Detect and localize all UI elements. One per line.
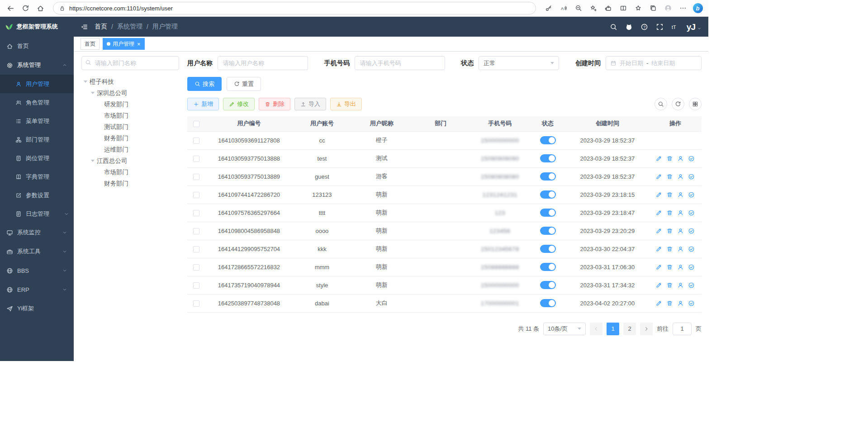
search-icon[interactable] [610,23,617,31]
edit-action-icon[interactable] [655,300,662,307]
row-checkbox[interactable] [193,138,199,144]
sidebar-item-dict-management[interactable]: 字典管理 [0,167,74,186]
prev-page-button[interactable] [590,323,602,335]
reset-password-action-icon[interactable] [677,191,684,198]
status-toggle[interactable] [540,209,556,217]
tree-node[interactable]: 测试部门 [81,121,179,133]
delete-action-icon[interactable] [666,300,673,307]
tree-expand-icon[interactable] [81,81,90,83]
copilot-icon[interactable]: b [692,2,704,14]
reset-password-action-icon[interactable] [677,155,684,162]
assign-role-action-icon[interactable] [688,155,695,162]
assign-role-action-icon[interactable] [688,264,695,271]
sidebar-item-erp[interactable]: ERP [0,280,74,299]
delete-action-icon[interactable] [666,264,673,271]
breadcrumb-item[interactable]: 系统管理 [117,23,142,31]
status-toggle[interactable] [540,190,556,199]
sidebar-item-home[interactable]: 首页 [0,37,74,56]
edit-action-icon[interactable] [655,246,662,252]
page-button-1[interactable]: 1 [607,323,619,335]
tree-node[interactable]: 橙子科技 [81,76,179,87]
github-icon[interactable] [625,23,633,31]
favorite-add-icon[interactable] [587,2,599,14]
sidebar-item-user-management[interactable]: 用户管理 [0,75,74,93]
edit-button[interactable]: 修改 [223,98,255,110]
assign-role-action-icon[interactable] [688,209,695,216]
delete-action-icon[interactable] [666,246,673,252]
favorites-icon[interactable] [632,2,644,14]
reset-password-action-icon[interactable] [677,228,684,234]
zoom-out-icon[interactable] [572,2,584,14]
status-toggle[interactable] [540,281,556,289]
tree-node[interactable]: 财务部门 [81,133,179,144]
sidebar-item-post-management[interactable]: 岗位管理 [0,149,74,167]
reset-password-action-icon[interactable] [677,264,684,271]
import-button[interactable]: 导入 [294,98,326,110]
edit-action-icon[interactable] [655,282,662,289]
row-checkbox[interactable] [193,300,199,307]
reset-password-action-icon[interactable] [677,246,684,252]
tree-expand-icon[interactable] [89,92,97,94]
row-checkbox[interactable] [193,192,199,198]
row-checkbox[interactable] [193,174,199,180]
sidebar-item-bbs[interactable]: BBS [0,261,74,280]
user-avatar[interactable]: yJ [687,23,702,31]
export-button[interactable]: 导出 [330,98,362,110]
read-aloud-icon[interactable]: A [557,2,569,14]
reset-password-action-icon[interactable] [677,282,684,289]
next-page-button[interactable] [640,323,653,335]
tree-node[interactable]: 市场部门 [81,166,179,178]
delete-button[interactable]: 删除 [259,98,290,110]
page-button-2[interactable]: 2 [623,323,636,335]
sidebar-item-log-management[interactable]: 日志管理 [0,204,74,223]
profile-icon[interactable] [662,2,674,14]
dept-search-input[interactable] [81,56,179,70]
edit-action-icon[interactable] [655,155,662,162]
tree-node[interactable]: 江西总公司 [81,155,179,166]
column-header[interactable]: 用户编号 [206,116,292,131]
sidebar-item-role-management[interactable]: 角色管理 [0,93,74,112]
reset-password-action-icon[interactable] [677,300,684,307]
status-toggle[interactable] [540,263,556,271]
tree-node[interactable]: 运维部门 [81,144,179,155]
delete-action-icon[interactable] [666,191,673,198]
columns-button[interactable] [689,98,702,110]
row-checkbox[interactable] [193,282,199,289]
reset-button[interactable]: 重置 [227,77,261,91]
delete-action-icon[interactable] [666,228,673,234]
edit-action-icon[interactable] [655,209,662,216]
status-toggle[interactable] [540,299,556,307]
assign-role-action-icon[interactable] [688,300,695,307]
sidebar-item-menu-management[interactable]: 菜单管理 [0,112,74,130]
assign-role-action-icon[interactable] [688,173,695,180]
add-button[interactable]: 新增 [187,98,219,110]
sidebar-item-system-tools[interactable]: 系统工具 [0,242,74,261]
select-all-checkbox[interactable] [193,121,199,127]
tree-expand-icon[interactable] [89,160,97,162]
row-checkbox[interactable] [193,156,199,162]
delete-action-icon[interactable] [666,209,673,216]
assign-role-action-icon[interactable] [688,191,695,198]
search-toggle-button[interactable] [655,98,667,110]
sidebar-item-system-monitor[interactable]: 系统监控 [0,223,74,242]
column-header[interactable]: 创建时间 [566,116,649,131]
status-toggle[interactable] [540,154,556,162]
breadcrumb-item[interactable]: 首页 [95,23,107,31]
goto-page-input[interactable] [673,323,692,335]
extensions-icon[interactable] [602,2,614,14]
sidebar-item-system-management[interactable]: 系统管理 [0,56,74,75]
sidebar-item-yi-framework[interactable]: Yi框架 [0,299,74,318]
user-name-input[interactable] [218,56,308,70]
breadcrumb-item[interactable]: 用户管理 [152,23,178,31]
address-bar[interactable]: https://ccnetcore.com:1101/system/user [53,2,536,14]
reload-icon[interactable] [19,2,32,14]
sidebar-item-param-settings[interactable]: 参数设置 [0,186,74,204]
status-toggle[interactable] [540,172,556,181]
assign-role-action-icon[interactable] [688,246,695,252]
column-header[interactable]: 用户账号 [292,116,352,131]
tab-close-icon[interactable]: × [137,41,141,47]
edit-action-icon[interactable] [655,228,662,234]
status-toggle[interactable] [540,245,556,253]
reset-password-action-icon[interactable] [677,209,684,216]
more-icon[interactable] [677,2,689,14]
